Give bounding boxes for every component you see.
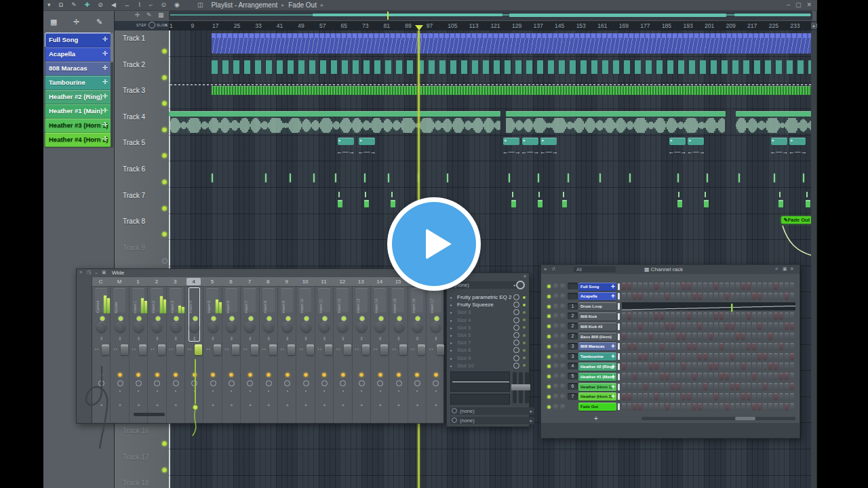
step-cell[interactable]: [687, 363, 691, 370]
strip-led[interactable]: [341, 316, 347, 321]
step-cell[interactable]: [768, 323, 772, 330]
strip-pan-knob[interactable]: [134, 322, 144, 332]
step-cell[interactable]: [622, 353, 626, 361]
step-cell[interactable]: [654, 343, 658, 350]
minimize-button[interactable]: –: [787, 1, 790, 9]
route-arrow-icon[interactable]: ▲: [285, 403, 290, 407]
strip-led[interactable]: [322, 316, 328, 321]
step-cell[interactable]: [633, 403, 637, 411]
volume-fader[interactable]: [158, 344, 165, 355]
channel-button[interactable]: 808 Kick #2: [578, 323, 616, 331]
channel-pan-knob[interactable]: [553, 333, 559, 339]
pan-indicator-icon[interactable]: ◖◗: [262, 347, 267, 351]
strip-pan-knob[interactable]: [152, 322, 162, 332]
channel-pan-knob[interactable]: [553, 283, 559, 289]
midi-note-tick[interactable]: [212, 174, 213, 182]
strip-led[interactable]: [155, 316, 161, 321]
route-arrow-icon[interactable]: ▲: [118, 403, 122, 407]
step-cell[interactable]: [790, 312, 794, 320]
pan-indicator-icon[interactable]: ◖◗: [113, 347, 117, 351]
fx-slot-led[interactable]: [523, 357, 526, 359]
pattern-splitter-icon[interactable]: ✛: [73, 18, 79, 26]
step-cell[interactable]: [741, 333, 745, 340]
mixer-strip-c[interactable]: Current⇕◖◗▲: [92, 286, 111, 423]
fx-dial[interactable]: [117, 380, 123, 386]
route-arrow-icon[interactable]: ▲: [193, 403, 197, 407]
step-cell[interactable]: [687, 373, 691, 380]
channel-pan-knob[interactable]: [553, 344, 559, 349]
track-enable-led[interactable]: [162, 101, 167, 106]
fl-logo-icon[interactable]: Ω: [55, 0, 68, 10]
step-cell[interactable]: [709, 343, 713, 350]
channel-pan-knob[interactable]: [553, 293, 559, 299]
route-arrow-icon[interactable]: ▲: [248, 403, 252, 407]
step-cell[interactable]: [709, 323, 713, 330]
stereo-sep-arrows[interactable]: ⇕: [248, 336, 252, 342]
step-cell[interactable]: [779, 373, 783, 380]
channel-mute-led[interactable]: [547, 295, 551, 298]
strip-led[interactable]: [174, 316, 179, 321]
mixer-channel-number[interactable]: 7: [242, 278, 256, 285]
step-cell[interactable]: [665, 403, 669, 411]
step-cell[interactable]: [757, 312, 762, 320]
mute-led[interactable]: [397, 373, 401, 377]
step-cell[interactable]: [774, 283, 778, 290]
midi-note-clip[interactable]: [538, 200, 542, 207]
step-cell[interactable]: [736, 343, 740, 350]
stereo-sep-arrows[interactable]: ⇕: [322, 336, 326, 342]
pan-indicator-icon[interactable]: ◖◗: [355, 347, 359, 351]
stereo-sep-arrows[interactable]: ⇕: [267, 336, 271, 342]
step-cell[interactable]: [638, 353, 642, 361]
step-cell[interactable]: [665, 343, 669, 350]
channel-button[interactable]: 808 Kick: [578, 312, 616, 321]
step-cell[interactable]: [741, 383, 745, 390]
fx-dial[interactable]: [266, 380, 272, 386]
step-cell[interactable]: [763, 363, 767, 370]
strip-pan-knob[interactable]: [96, 322, 106, 332]
track-label[interactable]: Track 18: [123, 479, 149, 487]
channel-button[interactable]: Heather (Horn 1)✛: [578, 383, 616, 391]
step-cell[interactable]: [790, 363, 794, 370]
step-cell[interactable]: [725, 383, 729, 390]
mixer-strip-3[interactable]: Insert 3⇕◖◗▲: [166, 286, 185, 423]
pattern-item[interactable]: Full Song✛: [45, 33, 111, 47]
fx-dial[interactable]: [136, 380, 142, 386]
step-cell[interactable]: [644, 283, 648, 290]
zoom-icon[interactable]: ⊙: [157, 0, 171, 10]
mixer-strip-17[interactable]: Insert 17⇕◖◗▲: [426, 286, 445, 423]
fx-dial[interactable]: [284, 380, 290, 386]
mixer-strip-14[interactable]: Insert 14⇕◖◗▲: [370, 286, 389, 423]
mixer-track-number[interactable]: 1: [568, 303, 578, 310]
step-cell[interactable]: [779, 293, 783, 300]
step-cell[interactable]: [682, 353, 686, 361]
step-cell[interactable]: [757, 343, 762, 350]
step-cell[interactable]: [747, 343, 751, 350]
strip-pan-knob[interactable]: [394, 322, 404, 332]
step-cell[interactable]: [752, 293, 756, 300]
step-cell[interactable]: [752, 312, 756, 320]
volume-fader[interactable]: [102, 344, 109, 355]
channel-button[interactable]: Tambourine✛: [578, 352, 616, 361]
step-cell[interactable]: [649, 323, 653, 330]
route-arrow-icon[interactable]: ▲: [136, 403, 140, 407]
strip-led[interactable]: [397, 316, 402, 321]
step-cell[interactable]: [638, 312, 642, 320]
step-cell[interactable]: [730, 393, 734, 401]
midi-note-tick[interactable]: [509, 174, 510, 182]
disable-autoscroll-icon[interactable]: ⊘: [94, 0, 107, 10]
step-cell[interactable]: [649, 383, 653, 390]
strip-led[interactable]: [415, 316, 420, 321]
step-cell[interactable]: [692, 293, 696, 300]
step-cell[interactable]: [644, 293, 648, 300]
step-cell[interactable]: [714, 393, 718, 401]
step-cell[interactable]: [752, 393, 756, 401]
audio-mini-clip[interactable]: ▸: [688, 138, 704, 145]
strip-led[interactable]: [136, 316, 142, 321]
step-cell[interactable]: [736, 312, 740, 320]
generator-dial[interactable]: [516, 281, 525, 289]
step-cell[interactable]: [654, 383, 658, 390]
channel-volume-knob[interactable]: [560, 283, 566, 289]
step-cell[interactable]: [790, 393, 794, 401]
mute-led[interactable]: [100, 373, 104, 377]
stereo-sep-arrows[interactable]: ⇕: [415, 336, 419, 342]
